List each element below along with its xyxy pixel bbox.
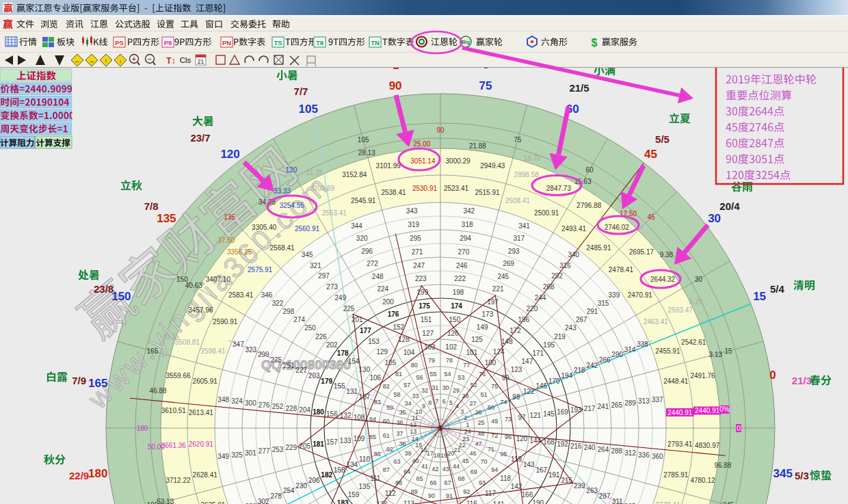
- svg-text:79: 79: [428, 357, 435, 364]
- svg-text:2628.41: 2628.41: [193, 471, 218, 479]
- svg-text:278: 278: [270, 492, 282, 500]
- svg-text:118: 118: [500, 475, 511, 482]
- svg-text:101: 101: [466, 349, 478, 356]
- svg-text:18: 18: [434, 452, 440, 459]
- svg-text:109: 109: [354, 435, 365, 442]
- svg-text:120: 120: [516, 435, 528, 442]
- svg-text:29: 29: [453, 387, 460, 394]
- svg-text:323: 323: [245, 346, 256, 354]
- svg-text:172: 172: [509, 327, 521, 334]
- svg-text:95: 95: [500, 451, 507, 457]
- svg-text:71: 71: [488, 446, 494, 453]
- svg-text:27: 27: [470, 400, 477, 407]
- svg-text:151: 151: [421, 316, 432, 323]
- svg-text:31: 31: [432, 384, 438, 391]
- svg-text:7/9: 7/9: [72, 375, 86, 386]
- svg-text:28: 28: [462, 393, 468, 399]
- svg-text:30: 30: [695, 276, 703, 283]
- svg-text:17: 17: [427, 450, 434, 457]
- svg-text:193: 193: [570, 406, 582, 414]
- svg-text:316: 316: [559, 262, 571, 269]
- svg-text:50.00: 50.00: [148, 443, 165, 451]
- svg-text:35: 35: [399, 409, 406, 416]
- svg-text:0%: 0%: [719, 406, 730, 413]
- svg-text:110: 110: [359, 455, 370, 463]
- svg-text:345: 345: [302, 251, 313, 258]
- svg-text:250: 250: [304, 324, 316, 332]
- svg-text:251: 251: [283, 362, 295, 369]
- svg-text:2590.91: 2590.91: [213, 318, 238, 326]
- svg-text:297: 297: [318, 272, 330, 280]
- svg-text:349: 349: [217, 453, 229, 460]
- svg-text:2620.91: 2620.91: [189, 440, 214, 448]
- svg-text:20/4: 20/4: [719, 200, 740, 212]
- svg-text:2508.41: 2508.41: [505, 197, 531, 204]
- svg-text:46: 46: [470, 450, 477, 457]
- svg-text:317: 317: [513, 235, 525, 242]
- svg-text:2545.91: 2545.91: [351, 197, 376, 204]
- svg-text:275: 275: [270, 356, 282, 364]
- svg-text:102: 102: [445, 343, 457, 351]
- svg-text:148: 148: [501, 338, 513, 345]
- svg-text:47: 47: [475, 440, 481, 447]
- svg-text:72: 72: [491, 432, 498, 439]
- svg-text:135: 135: [157, 212, 176, 225]
- svg-text:174: 174: [451, 302, 462, 310]
- svg-text:301: 301: [245, 449, 256, 457]
- svg-text:30: 30: [708, 212, 721, 225]
- svg-text:221: 221: [492, 285, 504, 293]
- svg-text:93: 93: [479, 479, 486, 486]
- svg-text:314: 314: [624, 346, 636, 354]
- svg-text:296: 296: [361, 248, 373, 255]
- svg-text:90: 90: [436, 127, 445, 134]
- svg-text:11: 11: [412, 414, 418, 421]
- svg-text:22: 22: [459, 442, 466, 449]
- svg-text:124: 124: [493, 348, 505, 356]
- svg-text:2593.47: 2593.47: [668, 306, 693, 314]
- svg-text:155: 155: [334, 382, 345, 390]
- svg-text:300: 300: [245, 399, 256, 407]
- svg-text:240: 240: [584, 444, 596, 451]
- svg-text:176: 176: [388, 310, 399, 318]
- svg-text:37: 37: [396, 430, 403, 437]
- svg-text:T9: T9: [316, 39, 323, 47]
- svg-text:6: 6: [442, 398, 446, 405]
- svg-text:173: 173: [482, 310, 494, 318]
- svg-text:302: 302: [258, 498, 269, 504]
- svg-text:5: 5: [449, 399, 453, 406]
- svg-text:220: 220: [527, 305, 538, 313]
- svg-text:34: 34: [404, 400, 411, 407]
- svg-text:131: 131: [346, 388, 358, 395]
- svg-text:2553.41: 2553.41: [322, 209, 347, 217]
- svg-text:28.13: 28.13: [358, 149, 375, 157]
- svg-text:272: 272: [367, 260, 378, 267]
- svg-text:90: 90: [428, 492, 435, 499]
- svg-text:−: −: [148, 55, 152, 63]
- svg-text:70: 70: [480, 458, 487, 465]
- svg-text:←: ←: [75, 57, 81, 64]
- svg-text:181: 181: [313, 440, 324, 448]
- svg-text:87: 87: [383, 466, 390, 473]
- svg-text:324: 324: [231, 397, 243, 405]
- svg-text:81: 81: [395, 371, 402, 377]
- svg-text:293: 293: [508, 248, 520, 255]
- svg-text:295: 295: [410, 235, 421, 242]
- svg-text:141: 141: [493, 501, 505, 504]
- svg-text:91: 91: [446, 492, 453, 499]
- svg-text:45: 45: [648, 213, 656, 221]
- svg-text:313: 313: [638, 397, 650, 405]
- svg-text:246: 246: [456, 262, 468, 269]
- svg-text:94: 94: [491, 466, 498, 473]
- svg-text:30: 30: [442, 384, 449, 391]
- svg-text:341: 341: [518, 222, 530, 230]
- svg-text:175: 175: [419, 302, 430, 310]
- svg-text:36: 36: [396, 419, 403, 426]
- svg-text:83: 83: [374, 399, 381, 406]
- svg-text:125: 125: [471, 336, 483, 343]
- svg-text:PS: PS: [115, 39, 124, 47]
- svg-text:68: 68: [458, 475, 465, 482]
- svg-text:270: 270: [458, 248, 470, 256]
- svg-text:4830.97: 4830.97: [695, 442, 720, 449]
- svg-text:225: 225: [343, 305, 355, 313]
- svg-text:3203.69: 3203.69: [310, 185, 335, 192]
